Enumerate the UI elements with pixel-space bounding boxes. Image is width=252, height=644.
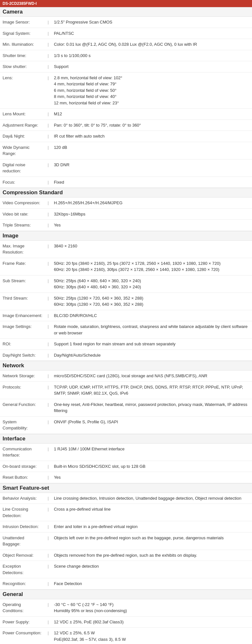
row-separator: | — [45, 628, 51, 644]
row-separator: | — [45, 258, 51, 275]
row-separator: | — [45, 159, 51, 177]
row-label: Recognition: — [0, 578, 45, 590]
row-separator: | — [45, 599, 51, 617]
row-value: microSD/SDHC/SDXC card (128G), local sto… — [51, 370, 252, 381]
row-value: Rotate mode, saturation, brightness, con… — [51, 321, 252, 339]
row-label: Sub Stream: — [0, 275, 45, 293]
row-value: PAL/NTSC — [51, 28, 252, 39]
row-label: Video bit rate: — [0, 208, 45, 220]
row-separator: | — [45, 521, 51, 533]
row-separator: | — [45, 310, 51, 321]
table-row: Line Crossing Detection:|Cross a pre-def… — [0, 504, 252, 521]
table-row: Object Removal:|Objects removed from the… — [0, 550, 252, 561]
row-label: Power Consumption: — [0, 628, 45, 644]
row-value: 2.8 mm, horizontal field of view: 102°4 … — [51, 72, 252, 109]
table-row: Sub Stream:|50Hz: 25fps (640 × 480, 640 … — [0, 275, 252, 293]
table-row: Adjustment Range:|Pan: 0° to 360°, tilt:… — [0, 120, 252, 131]
row-value: 50Hz: 25fps (640 × 480, 640 × 360, 320 ×… — [51, 275, 252, 293]
row-label: Slow shutter: — [0, 61, 45, 72]
row-separator: | — [45, 208, 51, 220]
table-row: Power Consumption:|12 VDC ± 25%, 6.5 WPo… — [0, 628, 252, 644]
row-separator: | — [45, 493, 51, 504]
row-value: Face Detection — [51, 578, 252, 590]
row-label: Lens Mount: — [0, 109, 45, 120]
row-separator: | — [45, 472, 51, 483]
row-separator: | — [45, 17, 51, 28]
row-value: 1/3 s to 1/100,000 s — [51, 50, 252, 61]
row-value: 1/2.5" Progressive Scan CMOS — [51, 17, 252, 28]
row-value: TCP/IP, UDP, ICMP, HTTP, HTTPS, FTP, DHC… — [51, 381, 252, 399]
row-value: -30 °C ~ 60 °C (-22 °F ~ 140 °F)Humidity… — [51, 599, 252, 617]
row-label: Digital noise reduction: — [0, 159, 45, 177]
row-label: Frame Rate: — [0, 258, 45, 275]
row-label: Max. Image Resolution: — [0, 241, 45, 258]
table-row: Triple Streams:|Yes — [0, 220, 252, 231]
row-label: Reset Button: — [0, 472, 45, 483]
table-row: Communication Interface:|1 RJ45 10M / 10… — [0, 444, 252, 461]
row-label: Protocols: — [0, 381, 45, 399]
row-value: Fixed — [51, 177, 252, 188]
table-row: Exception Detections:|Scene change detec… — [0, 561, 252, 578]
row-separator: | — [45, 461, 51, 472]
row-value: Enter and loiter in a pre-defined virtua… — [51, 521, 252, 533]
row-value: 3D DNR — [51, 159, 252, 177]
row-value: Scene change detection — [51, 561, 252, 578]
row-label: Day& Night: — [0, 131, 45, 142]
row-value: Pan: 0° to 360°, tilt: 0° to 75°, rotate… — [51, 120, 252, 131]
row-label: System Compatibility: — [0, 416, 45, 434]
table-row: Video Compression:|H.265+/H.265/H.264+/H… — [0, 197, 252, 208]
table-row: System Compatibility:|ONVIF (Profile S, … — [0, 416, 252, 434]
table-row: ROI:|Support 1 fixed region for main str… — [0, 339, 252, 350]
row-value: BLC/3D DNR/ROI/HLC — [51, 310, 252, 321]
section-title-smart: Smart Feature-set — [0, 483, 252, 493]
row-label: Network Storage: — [0, 370, 45, 381]
section-table-camera: Image Sensor:|1/2.5" Progressive Scan CM… — [0, 17, 252, 188]
row-value: M12 — [51, 109, 252, 120]
row-separator: | — [45, 504, 51, 521]
row-label: Min. Illumination: — [0, 39, 45, 50]
table-row: Image Enhancement:|BLC/3D DNR/ROI/HLC — [0, 310, 252, 321]
row-separator: | — [45, 120, 51, 131]
row-label: Power Supply: — [0, 616, 45, 628]
table-row: Focus:|Fixed — [0, 177, 252, 188]
row-separator: | — [45, 293, 51, 310]
row-value: Yes — [51, 472, 252, 483]
row-separator: | — [45, 561, 51, 578]
section-title-interface: Interface — [0, 434, 252, 444]
section-heading-camera: Camera — [3, 9, 23, 15]
row-value: 12 VDC ± 25%, 6.5 WPoE(802.3af, 36 – 57V… — [51, 628, 252, 644]
row-label: Day/Night Switch: — [0, 350, 45, 361]
row-separator: | — [45, 339, 51, 350]
row-value: ONVIF (Profile S, Profile G), ISAPI — [51, 416, 252, 434]
table-row: General Function:|One-key reset, Anti-Fl… — [0, 399, 252, 416]
row-label: Lens: — [0, 72, 45, 109]
row-value: Built-in Micro SD/SDHC/SDXC slot, up to … — [51, 461, 252, 472]
row-value: 50Hz: 25fps (1280 × 720, 640 × 360, 352 … — [51, 293, 252, 310]
table-row: Lens Mount:|M12 — [0, 109, 252, 120]
row-value: Support 1 fixed region for main stream a… — [51, 339, 252, 350]
row-value: Objects left over in the pre-defined reg… — [51, 532, 252, 550]
row-value: One-key reset, Anti-Flicker, heartbeat, … — [51, 399, 252, 416]
row-value: 3840 × 2160 — [51, 241, 252, 258]
table-row: Third Stream:|50Hz: 25fps (1280 × 720, 6… — [0, 293, 252, 310]
table-row: Intrusion Detection:|Enter and loiter in… — [0, 521, 252, 533]
table-row: Lens:|2.8 mm, horizontal field of view: … — [0, 72, 252, 109]
row-separator: | — [45, 381, 51, 399]
row-separator: | — [45, 370, 51, 381]
table-row: Signal System:|PAL/NTSC — [0, 28, 252, 39]
row-value: Line crossing detection, Intrusion detec… — [51, 493, 252, 504]
section-title-compression: Compression Standard — [0, 188, 252, 197]
row-separator: | — [45, 550, 51, 561]
row-separator: | — [45, 28, 51, 39]
table-row: Frame Rate:|50Hz: 20 fps (3840 × 2160), … — [0, 258, 252, 275]
row-label: Line Crossing Detection: — [0, 504, 45, 521]
table-row: Operating Conditions:|-30 °C ~ 60 °C (-2… — [0, 599, 252, 617]
table-row: Image Settings:|Rotate mode, saturation,… — [0, 321, 252, 339]
row-separator: | — [45, 177, 51, 188]
row-label: General Function: — [0, 399, 45, 416]
row-separator: | — [45, 416, 51, 434]
row-label: Operating Conditions: — [0, 599, 45, 617]
header-bar: DS-2CD2385FWD-I — [0, 0, 252, 7]
row-separator: | — [45, 532, 51, 550]
table-row: Power Supply:|12 VDC ± 25%, PoE (802.3af… — [0, 616, 252, 628]
